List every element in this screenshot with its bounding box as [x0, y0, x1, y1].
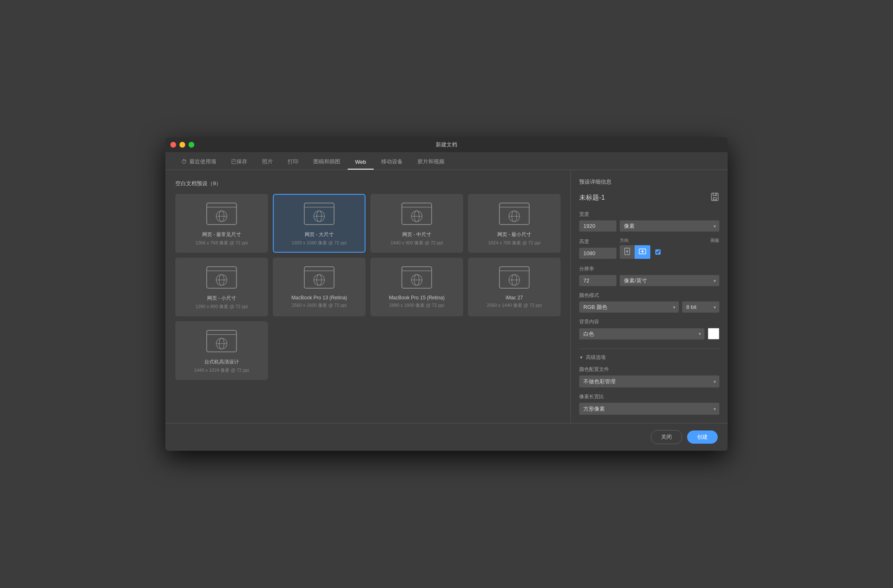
preset-dims-0: 1366 x 768 像素 @ 72 ppi	[196, 240, 248, 246]
preset-dims-7: 2560 x 1440 像素 @ 72 ppi	[487, 302, 542, 308]
tab-recent[interactable]: ⏱ 最近使用项	[174, 152, 224, 170]
height-input[interactable]	[579, 248, 616, 259]
width-label: 宽度	[579, 211, 719, 218]
save-preset-icon[interactable]	[710, 192, 719, 203]
close-button[interactable]: 关闭	[651, 430, 682, 444]
web-icon-6	[400, 265, 433, 290]
preset-card-web-small[interactable]: 网页 - 小尺寸 1280 x 800 像素 @ 72 ppi	[175, 258, 268, 316]
tab-photos[interactable]: 照片	[255, 152, 280, 170]
preset-name-2: 网页 - 中尺寸	[402, 231, 432, 238]
background-swatch[interactable]	[708, 328, 719, 339]
new-document-dialog: 新建文档 ⏱ 最近使用项 已保存 照片 打印 图稿和插图 Web 移动设备 胶片…	[165, 137, 728, 451]
preset-card-web-small-min[interactable]: 网页 - 最小尺寸 1024 x 768 像素 @ 72 ppi	[468, 194, 561, 253]
svg-rect-20	[207, 267, 236, 288]
artboard-check-wrapper	[655, 249, 662, 255]
svg-rect-35	[499, 267, 529, 288]
tab-mobile[interactable]: 移动设备	[374, 152, 410, 170]
bit-depth-wrapper: 8 bit 16 bit 32 bit	[682, 301, 719, 313]
maximize-window-button[interactable]	[189, 142, 194, 148]
preset-name-3: 网页 - 最小尺寸	[497, 231, 532, 238]
tab-saved[interactable]: 已保存	[224, 152, 255, 170]
preset-card-desktop-hd[interactable]: 台式机高清设计 1440 x 1024 像素 @ 72 ppi	[175, 321, 268, 380]
web-icon-7	[498, 265, 531, 290]
right-panel: 预设详细信息 宽度 像素	[571, 170, 728, 423]
portrait-button[interactable]	[620, 245, 635, 259]
preset-name-4: 网页 - 小尺寸	[207, 295, 236, 302]
clock-icon: ⏱	[181, 158, 187, 165]
color-mode-label: 颜色模式	[579, 292, 719, 299]
resolution-unit-select[interactable]: 像素/英寸 像素/厘米	[620, 275, 719, 286]
preset-card-macbook-pro-15[interactable]: MacBook Pro 15 (Retina) 2880 x 1800 像素 @…	[370, 258, 463, 316]
artboard-checkbox[interactable]	[655, 249, 661, 255]
tab-film-video[interactable]: 胶片和视频	[410, 152, 452, 170]
web-icon-2	[400, 201, 433, 226]
preset-dims-5: 2560 x 1600 像素 @ 72 ppi	[292, 302, 347, 308]
presets-grid: 网页 - 最常见尺寸 1366 x 768 像素 @ 72 ppi 网页 - 大…	[175, 194, 561, 380]
artboard-label: 画板	[710, 237, 719, 244]
footer: 关闭 创建	[165, 423, 728, 451]
svg-rect-5	[304, 203, 334, 225]
advanced-label: 高级选项	[586, 354, 606, 361]
pixel-aspect-select[interactable]: 方形像素 D1/DV NTSC D1/DV PAL	[579, 403, 719, 415]
web-icon-8	[205, 329, 238, 354]
color-profile-label: 颜色配置文件	[579, 366, 719, 373]
tab-recent-label: 最近使用项	[189, 158, 216, 165]
divider	[579, 349, 719, 349]
web-icon-1	[303, 201, 336, 226]
preset-card-web-common[interactable]: 网页 - 最常见尺寸 1366 x 768 像素 @ 72 ppi	[175, 194, 268, 253]
doc-name-input[interactable]	[579, 194, 710, 202]
width-unit-select[interactable]: 像素 英寸 厘米 毫米	[620, 220, 719, 232]
orientation-group	[620, 245, 650, 259]
color-mode-wrapper: RGB 颜色 CMYK 颜色 Lab 颜色 灰度	[579, 301, 679, 313]
tabs-bar: ⏱ 最近使用项 已保存 照片 打印 图稿和插图 Web 移动设备 胶片和视频	[165, 152, 728, 170]
web-icon-4	[205, 265, 238, 290]
preset-card-web-medium[interactable]: 网页 - 中尺寸 1440 x 900 像素 @ 72 ppi	[370, 194, 463, 253]
color-profile-select[interactable]: 不做色彩管理 sRGB Adobe RGB	[579, 375, 719, 387]
resolution-input[interactable]	[579, 275, 616, 286]
landscape-button[interactable]	[635, 245, 650, 259]
preset-name-1: 网页 - 大尺寸	[305, 231, 334, 238]
left-panel: 空白文档预设（9） 网页 - 最常见尺寸 1366 x 768 像素 @ 72 …	[165, 170, 571, 423]
color-mode-select[interactable]: RGB 颜色 CMYK 颜色 Lab 颜色 灰度	[579, 301, 679, 313]
tab-web[interactable]: Web	[348, 153, 374, 169]
preset-name-5: MacBook Pro 13 (Retina)	[291, 295, 347, 301]
tab-print[interactable]: 打印	[280, 152, 306, 170]
color-profile-wrapper: 不做色彩管理 sRGB Adobe RGB	[579, 375, 719, 387]
preset-card-macbook-pro-13[interactable]: MacBook Pro 13 (Retina) 2560 x 1600 像素 @…	[273, 258, 365, 316]
chevron-down-icon: ▼	[579, 355, 583, 360]
width-row: 像素 英寸 厘米 毫米	[579, 220, 719, 232]
section-title: 空白文档预设（9）	[175, 180, 561, 187]
background-label: 背景内容	[579, 318, 719, 325]
advanced-toggle[interactable]: ▼ 高级选项	[579, 354, 719, 361]
height-label: 高度	[579, 238, 616, 245]
color-mode-row: RGB 颜色 CMYK 颜色 Lab 颜色 灰度 8 bit 16 bit 32…	[579, 301, 719, 313]
minimize-window-button[interactable]	[179, 142, 185, 148]
tab-art-illustration[interactable]: 图稿和插图	[306, 152, 348, 170]
preset-name-7: iMac 27	[506, 295, 523, 301]
preset-card-web-large[interactable]: 网页 - 大尺寸 1920 x 1080 像素 @ 72 ppi	[273, 194, 365, 253]
bit-depth-select[interactable]: 8 bit 16 bit 32 bit	[682, 301, 719, 313]
preset-dims-2: 1440 x 900 像素 @ 72 ppi	[391, 240, 443, 246]
svg-rect-25	[304, 267, 334, 288]
web-icon-3	[498, 201, 531, 226]
preset-card-imac-27[interactable]: iMac 27 2560 x 1440 像素 @ 72 ppi	[468, 258, 561, 316]
pixel-aspect-wrapper: 方形像素 D1/DV NTSC D1/DV PAL	[579, 403, 719, 415]
create-button[interactable]: 创建	[687, 430, 718, 444]
width-unit-wrapper: 像素 英寸 厘米 毫米	[620, 220, 719, 232]
background-select[interactable]: 白色 黑色 透明 背景色	[579, 328, 704, 339]
resolution-label: 分辨率	[579, 265, 719, 272]
preset-name-0: 网页 - 最常见尺寸	[202, 231, 241, 238]
window-controls	[170, 142, 194, 148]
preset-dims-3: 1024 x 768 像素 @ 72 ppi	[488, 240, 541, 246]
preset-name-6: MacBook Pro 15 (Retina)	[389, 295, 445, 301]
svg-rect-40	[207, 330, 236, 352]
preset-dims-8: 1440 x 1024 像素 @ 72 ppi	[194, 367, 249, 373]
svg-rect-46	[713, 198, 716, 200]
window-title: 新建文档	[436, 141, 457, 148]
titlebar: 新建文档	[165, 137, 728, 152]
close-window-button[interactable]	[170, 142, 176, 148]
doc-name-row	[579, 192, 719, 203]
background-row: 白色 黑色 透明 背景色	[579, 328, 719, 339]
svg-rect-15	[499, 203, 529, 225]
width-input[interactable]	[579, 220, 616, 232]
